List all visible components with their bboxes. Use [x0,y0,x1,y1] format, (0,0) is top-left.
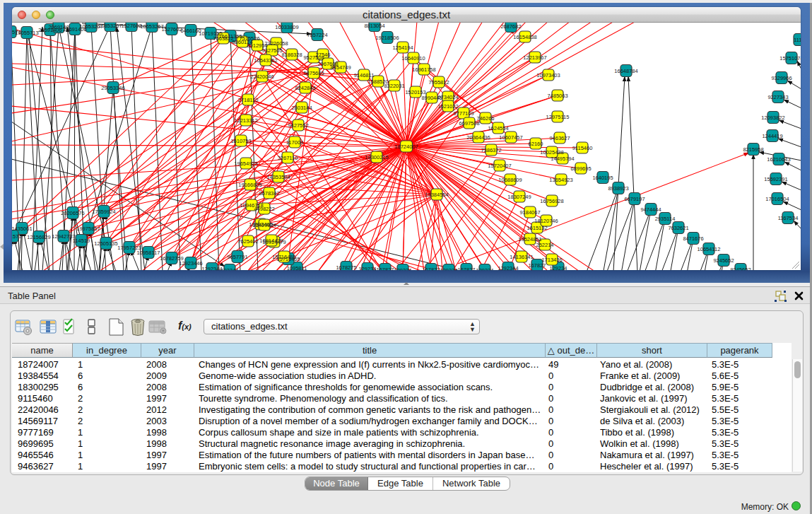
svg-text:13654923: 13654923 [549,177,572,183]
svg-text:16210643: 16210643 [767,156,790,163]
svg-text:19384554: 19384554 [425,192,448,198]
svg-text:4498222: 4498222 [254,206,274,212]
svg-text:8813054: 8813054 [364,23,384,29]
svg-text:19975857: 19975857 [76,226,100,232]
svg-text:14495794: 14495794 [551,156,574,162]
svg-text:129234: 129234 [476,267,493,271]
svg-text:12923446: 12923446 [179,260,202,267]
svg-text:7632621: 7632621 [668,225,688,231]
svg-text:15716485: 15716485 [272,254,295,260]
svg-text:1112: 1112 [794,37,801,43]
svg-text:62160: 62160 [529,141,543,147]
svg-text:8678342: 8678342 [259,190,279,197]
svg-text:9146811: 9146811 [354,72,375,78]
svg-text:15592391: 15592391 [764,176,787,182]
svg-text:2687682: 2687682 [500,23,521,30]
svg-text:12156829: 12156829 [27,234,50,240]
svg-text:19218506: 19218506 [375,35,399,41]
svg-text:10973403: 10973403 [536,72,560,78]
svg-text:16640910: 16640910 [401,55,425,62]
svg-text:12213967: 12213967 [523,54,546,61]
svg-text:7663822: 7663822 [213,35,233,42]
svg-text:10543362: 10543362 [254,57,277,64]
svg-text:129234: 129234 [358,266,376,271]
svg-text:7625402: 7625402 [237,238,258,245]
svg-text:20206576: 20206576 [61,210,84,216]
svg-text:16033809: 16033809 [275,24,298,30]
svg-text:7955812: 7955812 [428,79,449,86]
svg-text:17359924: 17359924 [92,209,115,215]
svg-text:19524851: 19524851 [518,236,541,243]
svg-text:22420046: 22420046 [250,74,273,80]
svg-text:23226058: 23226058 [264,40,288,47]
svg-text:1621022: 1621022 [437,103,458,110]
svg-text:9227343: 9227343 [767,94,788,100]
svg-text:192344: 192344 [220,267,238,271]
svg-text:167827: 167827 [457,267,475,271]
svg-text:1254194: 1254194 [392,45,413,51]
svg-text:7857224: 7857224 [307,32,327,38]
svg-text:1610753: 1610753 [230,138,251,144]
svg-text:16914479: 16914479 [259,238,283,244]
svg-text:10654112: 10654112 [698,246,721,252]
svg-text:1435061: 1435061 [12,226,33,232]
svg-text:6679197: 6679197 [624,196,645,202]
svg-text:1527602: 1527602 [121,23,141,29]
svg-text:19166825: 19166825 [238,182,261,188]
svg-text:9777109: 9777109 [453,110,473,117]
svg-text:167827: 167827 [376,267,394,271]
svg-text:8242848: 8242848 [295,85,315,91]
svg-text:18307249: 18307249 [507,194,531,200]
svg-text:16154838: 16154838 [513,34,536,40]
svg-text:114519: 114519 [73,238,90,244]
svg-text:9245652: 9245652 [713,257,734,264]
svg-text:8454749: 8454749 [330,64,351,71]
svg-text:9329966: 9329966 [771,75,792,81]
svg-text:1244419: 1244419 [762,133,782,139]
svg-text:7386372: 7386372 [481,147,501,153]
svg-text:391571: 391571 [12,233,22,240]
svg-text:129234: 129234 [440,267,457,271]
svg-text:16648784: 16648784 [614,68,637,74]
svg-text:10653267: 10653267 [140,23,163,30]
svg-text:10688609: 10688609 [498,177,522,183]
svg-text:167827: 167827 [528,262,546,269]
svg-text:18724007: 18724007 [394,144,418,150]
svg-text:1527602: 1527602 [161,26,182,33]
svg-text:16961758: 16961758 [412,66,435,73]
svg-text:8938923: 8938923 [608,185,628,192]
svg-text:16756928: 16756928 [540,198,563,204]
svg-text:746266: 746266 [476,115,494,122]
svg-text:12505135: 12505135 [94,240,117,247]
svg-text:9184067: 9184067 [519,209,540,216]
svg-text:20364436: 20364436 [466,134,490,141]
svg-text:12942737: 12942737 [52,233,75,240]
svg-text:19055713: 19055713 [15,30,38,36]
svg-text:2803144: 2803144 [291,105,312,111]
svg-text:129234: 129234 [394,267,411,271]
svg-text:6466160: 6466160 [180,28,201,34]
svg-text:18120746: 18120746 [534,218,558,224]
svg-text:9115460: 9115460 [572,145,593,151]
svg-text:12213312: 12213312 [234,117,257,124]
svg-text:29053346: 29053346 [101,85,124,91]
svg-text:167827: 167827 [422,267,440,271]
svg-text:1292344: 1292344 [201,266,222,271]
svg-text:9474444: 9474444 [640,206,661,213]
svg-text:2718110: 2718110 [238,97,259,103]
svg-text:10607457: 10607457 [499,134,522,141]
svg-text:10958117: 10958117 [137,250,160,256]
svg-text:10853267: 10853267 [98,23,122,29]
svg-text:27546: 27546 [316,52,331,58]
svg-text:1167534: 1167534 [778,215,799,221]
svg-text:15751074: 15751074 [779,55,801,62]
svg-text:5875685: 5875685 [303,70,324,76]
svg-text:9245652: 9245652 [730,267,751,271]
svg-text:1615132: 1615132 [526,225,547,231]
svg-text:9657791: 9657791 [227,254,247,260]
svg-text:6899695: 6899695 [570,165,591,172]
svg-text:8186328: 8186328 [281,52,302,58]
svg-text:252214: 252214 [536,242,553,248]
svg-text:12093822: 12093822 [761,115,784,121]
svg-text:6734024: 6734024 [437,94,458,100]
